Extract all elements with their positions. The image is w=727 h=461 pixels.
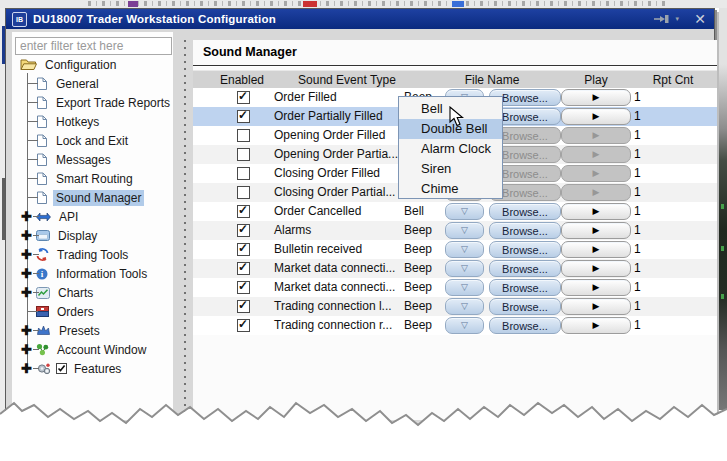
rpt-cnt-value[interactable]: 1 xyxy=(634,261,641,275)
browse-button[interactable]: Browse... xyxy=(489,222,561,239)
rpt-cnt-value[interactable]: 1 xyxy=(634,299,641,313)
play-button[interactable]: ▶ xyxy=(561,89,631,106)
sidebar-item-export-trade-reports[interactable]: ✚ Export Trade Reports xyxy=(12,93,173,112)
play-button[interactable]: ▶ xyxy=(561,260,631,277)
browse-button[interactable]: Browse... xyxy=(489,260,561,277)
browse-button[interactable]: Browse... xyxy=(489,317,561,334)
event-type-label: Opening Order Filled xyxy=(274,128,385,142)
rpt-cnt-value[interactable]: 1 xyxy=(634,185,641,199)
rpt-cnt-value[interactable]: 1 xyxy=(634,204,641,218)
play-button[interactable]: ▶ xyxy=(561,203,631,220)
enabled-checkbox[interactable] xyxy=(237,205,250,218)
browse-button[interactable]: Browse... xyxy=(489,241,561,258)
tree-connector[interactable]: ✚ xyxy=(12,245,36,264)
play-button[interactable]: ▶ xyxy=(561,146,631,163)
close-icon[interactable]: ✕ xyxy=(694,12,706,26)
tree-connector[interactable]: ✚ xyxy=(12,55,20,74)
sidebar-item-trading-tools[interactable]: ✚ Trading Tools xyxy=(12,245,173,264)
play-button[interactable]: ▶ xyxy=(561,222,631,239)
tree-connector[interactable]: ✚ xyxy=(12,321,36,340)
tree-connector[interactable]: ✚ xyxy=(12,226,36,245)
tree-item-label: Sound Manager xyxy=(53,190,144,206)
tree-connector[interactable]: ✚ xyxy=(12,264,36,283)
play-button[interactable]: ▶ xyxy=(561,127,631,144)
popup-item-siren[interactable]: Siren xyxy=(399,159,502,179)
rpt-cnt-value[interactable]: 1 xyxy=(634,90,641,104)
rpt-cnt-value[interactable]: 1 xyxy=(634,223,641,237)
sidebar-item-information-tools[interactable]: ✚ i Information Tools xyxy=(12,264,173,283)
enabled-checkbox[interactable] xyxy=(237,167,250,180)
rpt-cnt-value[interactable]: 1 xyxy=(634,242,641,256)
enabled-checkbox[interactable] xyxy=(237,243,250,256)
rpt-cnt-value[interactable]: 1 xyxy=(634,166,641,180)
sidebar-item-display[interactable]: ✚ Display xyxy=(12,226,173,245)
sidebar-item-hotkeys[interactable]: ✚ Hotkeys xyxy=(12,112,173,131)
tree-connector[interactable]: ✚ xyxy=(12,131,36,150)
tree-connector[interactable]: ✚ xyxy=(12,93,36,112)
sidebar-item-smart-routing[interactable]: ✚ Smart Routing xyxy=(12,169,173,188)
enabled-checkbox[interactable] xyxy=(237,224,250,237)
enabled-checkbox[interactable] xyxy=(237,129,250,142)
popup-item-chime[interactable]: Chime xyxy=(399,179,502,199)
sound-event-row: Market data connecti... Beep ▽ Browse...… xyxy=(193,278,717,297)
tree-connector[interactable]: ✚ xyxy=(12,340,36,359)
rpt-cnt-value[interactable]: 1 xyxy=(634,109,641,123)
tree-connector[interactable]: ✚ xyxy=(12,169,36,188)
tree-connector[interactable]: ✚ xyxy=(12,74,36,93)
play-button[interactable]: ▶ xyxy=(561,241,631,258)
sidebar-item-account-window[interactable]: ✚ Account Window xyxy=(12,340,173,359)
rpt-cnt-value[interactable]: 1 xyxy=(634,128,641,142)
enabled-checkbox[interactable] xyxy=(237,110,250,123)
sidebar-item-api[interactable]: ✚ API xyxy=(12,207,173,226)
enabled-checkbox[interactable] xyxy=(237,91,250,104)
popup-item-alarm-clock[interactable]: Alarm Clock xyxy=(399,139,502,159)
enabled-checkbox[interactable] xyxy=(237,148,250,161)
sound-dropdown-button[interactable]: ▽ xyxy=(445,203,484,220)
sound-dropdown-button[interactable]: ▽ xyxy=(445,317,484,334)
pin-button[interactable]: ▼ xyxy=(654,14,680,24)
play-button[interactable]: ▶ xyxy=(561,108,631,125)
titlebar[interactable]: IB DU18007 Trader Workstation Configurat… xyxy=(6,9,714,29)
sidebar-item-configuration[interactable]: ✚ Configuration xyxy=(12,55,173,74)
tree-connector[interactable]: ✚ xyxy=(12,188,36,207)
sound-dropdown-button[interactable]: ▽ xyxy=(445,222,484,239)
tree-connector[interactable]: ✚ xyxy=(12,359,36,378)
play-button[interactable]: ▶ xyxy=(561,298,631,315)
tree-item-checkbox-icon[interactable] xyxy=(56,363,67,374)
sound-dropdown-button[interactable]: ▽ xyxy=(445,260,484,277)
rpt-cnt-value[interactable]: 1 xyxy=(634,280,641,294)
tree-connector[interactable]: ✚ xyxy=(12,150,36,169)
tree-connector[interactable]: ✚ xyxy=(12,302,36,321)
sidebar-item-orders[interactable]: ✚ Orders xyxy=(12,302,173,321)
sidebar-item-general[interactable]: ✚ General xyxy=(12,74,173,93)
rpt-cnt-value[interactable]: 1 xyxy=(634,318,641,332)
browse-button[interactable]: Browse... xyxy=(489,203,561,220)
rpt-cnt-value[interactable]: 1 xyxy=(634,147,641,161)
sidebar-item-features[interactable]: ✚ Features xyxy=(12,359,173,378)
play-button[interactable]: ▶ xyxy=(561,279,631,296)
enabled-checkbox[interactable] xyxy=(237,186,250,199)
sidebar-item-lock-and-exit[interactable]: ✚ Lock and Exit xyxy=(12,131,173,150)
sound-dropdown-button[interactable]: ▽ xyxy=(445,279,484,296)
sidebar-item-presets[interactable]: ✚ Presets xyxy=(12,321,173,340)
enabled-checkbox[interactable] xyxy=(237,300,250,313)
tree-connector[interactable]: ✚ xyxy=(12,112,36,131)
browse-button[interactable]: Browse... xyxy=(489,279,561,296)
enabled-checkbox[interactable] xyxy=(237,319,250,332)
sound-dropdown-button[interactable]: ▽ xyxy=(445,241,484,258)
sidebar-item-messages[interactable]: ✚ Messages xyxy=(12,150,173,169)
browse-button[interactable]: Browse... xyxy=(489,298,561,315)
play-button[interactable]: ▶ xyxy=(561,165,631,182)
enabled-checkbox[interactable] xyxy=(237,262,250,275)
tree-connector[interactable]: ✚ xyxy=(12,283,36,302)
play-button[interactable]: ▶ xyxy=(561,317,631,334)
tree-connector[interactable]: ✚ xyxy=(12,207,36,226)
splitter-handle[interactable] xyxy=(178,40,192,422)
sidebar-item-charts[interactable]: ✚ Charts xyxy=(12,283,173,302)
play-button[interactable]: ▶ xyxy=(561,184,631,201)
filter-input[interactable] xyxy=(15,37,172,55)
sound-dropdown-button[interactable]: ▽ xyxy=(445,298,484,315)
enabled-checkbox[interactable] xyxy=(237,281,250,294)
sidebar-item-sound-manager[interactable]: ✚ Sound Manager xyxy=(12,188,173,207)
tree-item-label: Hotkeys xyxy=(53,114,102,130)
